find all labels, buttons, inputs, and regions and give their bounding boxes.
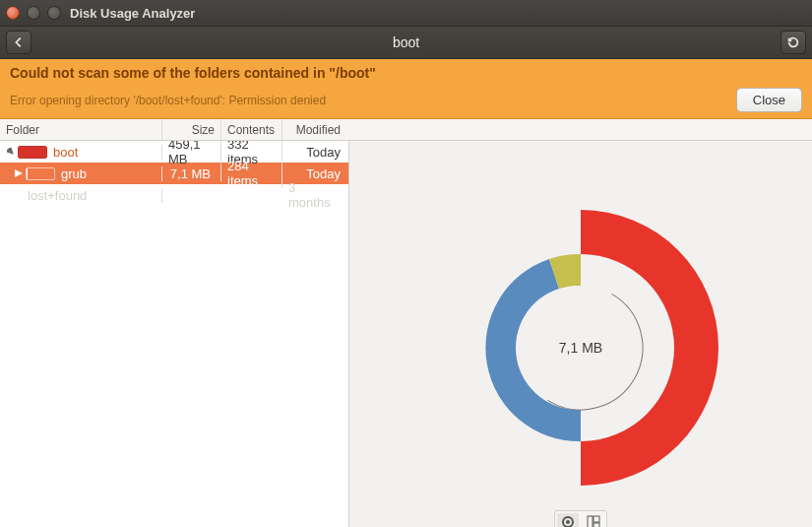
usage-bar xyxy=(26,167,55,180)
view-switcher xyxy=(554,510,607,527)
svg-point-5 xyxy=(566,520,570,524)
folder-name: boot xyxy=(53,145,78,160)
refresh-button[interactable] xyxy=(781,31,806,54)
warning-headline: Could not scan some of the folders conta… xyxy=(0,59,812,86)
sunburst-chart[interactable]: 7,1 MB xyxy=(433,200,728,495)
folder-name: lost+found xyxy=(28,188,87,203)
col-contents[interactable]: Contents xyxy=(221,119,282,140)
column-headers: Folder Size Contents Modified xyxy=(0,119,812,141)
cell-size: 459,1 MB xyxy=(162,141,221,166)
view-rings-button[interactable] xyxy=(557,513,579,527)
expander-icon[interactable] xyxy=(14,169,24,177)
cell-contents: 284 items xyxy=(221,159,282,188)
expander-icon[interactable] xyxy=(6,148,16,156)
refresh-icon xyxy=(786,35,800,49)
cell-modified: Today xyxy=(282,145,346,160)
path-title: boot xyxy=(31,34,781,50)
warning-detail: Error opening directory '/boot/lost+foun… xyxy=(10,94,326,107)
tree-row-lostfound[interactable]: lost+found 3 months xyxy=(0,184,348,206)
col-folder[interactable]: Folder xyxy=(0,119,162,140)
view-treemap-button[interactable] xyxy=(583,513,604,527)
svg-rect-7 xyxy=(593,516,599,522)
chart-center-label: 7,1 MB xyxy=(559,340,602,356)
tree-row-boot[interactable]: boot 459,1 MB 332 items Today xyxy=(0,141,348,163)
treemap-icon xyxy=(587,515,600,527)
cell-modified: 3 months xyxy=(282,180,346,210)
warning-banner: Could not scan some of the folders conta… xyxy=(0,59,812,119)
back-button[interactable] xyxy=(6,31,31,54)
window-minimize-button[interactable] xyxy=(27,6,40,20)
chart-pane: 7,1 MB xyxy=(349,141,812,527)
window-titlebar: Disk Usage Analyzer xyxy=(0,0,812,26)
svg-marker-0 xyxy=(7,148,15,156)
window-title: Disk Usage Analyzer xyxy=(70,6,195,21)
usage-bar xyxy=(18,146,47,159)
window-maximize-button[interactable] xyxy=(47,6,61,20)
col-modified[interactable]: Modified xyxy=(282,119,346,140)
cell-size: 7,1 MB xyxy=(162,166,221,181)
rings-icon xyxy=(561,515,575,527)
folder-name: grub xyxy=(61,166,87,181)
svg-rect-8 xyxy=(593,523,599,527)
header-toolbar: boot xyxy=(0,26,812,59)
chevron-left-icon xyxy=(12,35,26,49)
col-size[interactable]: Size xyxy=(162,119,221,140)
cell-modified: Today xyxy=(282,166,346,181)
window-close-button[interactable] xyxy=(6,6,20,20)
svg-marker-1 xyxy=(15,169,23,177)
warning-close-button[interactable]: Close xyxy=(736,88,802,112)
folder-tree: boot 459,1 MB 332 items Today grub 7,1 M… xyxy=(0,141,349,527)
svg-rect-6 xyxy=(588,516,593,527)
